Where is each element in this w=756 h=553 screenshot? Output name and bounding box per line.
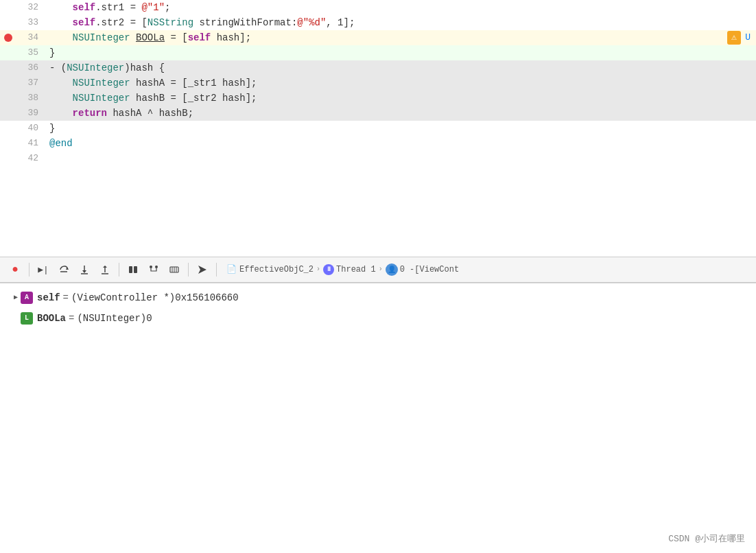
send-location-button[interactable] — [193, 260, 212, 279]
u-badge: U — [745, 30, 751, 45]
code-line-33: 33 self.str2 = [NSString stringWithForma… — [0, 15, 756, 30]
breadcrumb-file-label: EffectiveObjC_2 — [239, 265, 314, 274]
line-content-37: NSUInteger hashA = [_str1 hash]; — [47, 75, 756, 91]
var-name-self: self — [37, 290, 60, 305]
line-content-35: } — [47, 45, 756, 60]
separator-2 — [119, 263, 119, 276]
memory-button[interactable] — [165, 260, 184, 279]
step-out-icon — [99, 264, 110, 275]
var-eq-self: = — [63, 290, 69, 305]
stop-button[interactable]: ● — [5, 260, 25, 279]
variable-row-boola: ▶ L BOOLa = (NSUInteger) 0 — [11, 311, 745, 326]
line-num-32: 32 — [14, 0, 47, 15]
line-content-33: self.str2 = [NSString stringWithFormat:@… — [47, 15, 756, 30]
file-icon: 📄 — [226, 264, 237, 274]
line-content-39: return hashA ^ hashB; — [47, 106, 756, 121]
breakpoints-icon — [128, 264, 139, 275]
breadcrumb-chevron-1: › — [316, 266, 320, 273]
var-badge-boola: L — [21, 312, 33, 325]
var-badge-self: A — [21, 292, 33, 304]
line-content-41: @end — [47, 136, 756, 151]
person-icon: 👤 — [386, 263, 398, 276]
line-indicator-34 — [0, 30, 14, 45]
watermark: CSDN @小司在哪里 — [668, 532, 745, 545]
line-num-34: 34 — [14, 30, 47, 45]
breadcrumb-frame[interactable]: 👤 0 -[ViewCont — [386, 263, 459, 276]
line-indicator-32 — [0, 0, 14, 15]
line-num-40: 40 — [14, 121, 47, 136]
var-type-boola: (NSUInteger) — [77, 311, 146, 326]
breadcrumb-thread-label: Thread 1 — [336, 265, 376, 274]
line-indicator-35 — [0, 45, 14, 60]
code-lines: 32 self.str1 = @"1"; 33 self.str2 = [NSS… — [0, 0, 756, 257]
code-line-42: 42 — [0, 151, 756, 166]
code-line-32: 32 self.str1 = @"1"; — [0, 0, 756, 15]
code-line-34: 34 NSUInteger BOOLa = [self hash]; ⚠ U — [0, 30, 756, 45]
step-into-button[interactable] — [75, 260, 94, 279]
breakpoints-button[interactable] — [123, 260, 143, 279]
line-content-40: } — [47, 121, 756, 136]
breadcrumb-file[interactable]: EffectiveObjC_2 — [239, 265, 314, 274]
svg-rect-8 — [129, 266, 132, 273]
line-indicator-42 — [0, 151, 14, 166]
line-content-42 — [47, 151, 756, 166]
code-line-40: 40 } — [0, 121, 756, 136]
memory-icon — [169, 264, 180, 275]
svg-marker-16 — [198, 266, 206, 274]
line-num-36: 36 — [14, 60, 47, 75]
code-editor: 32 self.str1 = @"1"; 33 self.str2 = [NSS… — [0, 0, 756, 257]
svg-marker-3 — [82, 270, 86, 273]
debug-breadcrumb: 📄 EffectiveObjC_2 › ⏸ Thread 1 › 👤 0 -[V… — [226, 263, 751, 276]
step-out-button[interactable] — [95, 260, 115, 279]
svg-point-10 — [150, 266, 152, 268]
code-line-36: 36 - (NSUInteger)hash { — [0, 60, 756, 75]
line-num-38: 38 — [14, 91, 47, 106]
var-type-self: (ViewController *) — [71, 290, 175, 305]
step-over-button[interactable] — [54, 260, 73, 279]
separator-1 — [29, 263, 29, 276]
thread-selector-button[interactable] — [144, 260, 163, 279]
separator-4 — [216, 263, 217, 276]
line-indicator-33 — [0, 15, 14, 30]
code-line-41: 41 @end — [0, 136, 756, 151]
code-line-39: 39 return hashA ^ hashB; — [0, 106, 756, 121]
code-line-37: 37 NSUInteger hashA = [_str1 hash]; — [0, 75, 756, 91]
warning-icon: ⚠ — [727, 31, 741, 45]
line-indicator-37 — [0, 75, 14, 91]
line-content-34: NSUInteger BOOLa = [self hash]; — [47, 30, 727, 45]
line-indicator-40 — [0, 121, 14, 136]
separator-3 — [188, 263, 189, 276]
variable-row-self: ▶ A self = (ViewController *) 0x15610666… — [11, 290, 745, 305]
line-num-33: 33 — [14, 15, 47, 30]
breadcrumb-thread[interactable]: ⏸ Thread 1 — [323, 264, 376, 275]
code-line-35: 35 } — [0, 45, 756, 60]
send-icon — [197, 264, 208, 275]
var-value-self: 0x156106660 — [175, 290, 238, 305]
continue-button[interactable]: ▶| — [34, 260, 53, 279]
line-indicator-36 — [0, 60, 14, 75]
line-content-38: NSUInteger hashB = [_str2 hash]; — [47, 91, 756, 106]
line-indicator-38 — [0, 91, 14, 106]
var-value-boola: 0 — [146, 311, 152, 326]
expand-self-button[interactable]: ▶ — [11, 290, 21, 305]
debug-toolbar: ● ▶| — [0, 257, 756, 283]
code-line-38: 38 NSUInteger hashB = [_str2 hash]; — [0, 91, 756, 106]
line-34-warning: ⚠ U — [727, 30, 756, 45]
step-into-icon — [79, 264, 90, 275]
var-name-boola: BOOLa — [37, 311, 66, 326]
step-over-icon — [58, 264, 69, 275]
line-indicator-39 — [0, 106, 14, 121]
line-num-42: 42 — [14, 151, 47, 166]
debug-variables-panel: ▶ A self = (ViewController *) 0x15610666… — [0, 283, 756, 554]
line-num-39: 39 — [14, 106, 47, 121]
line-indicator-41 — [0, 136, 14, 151]
line-num-37: 37 — [14, 75, 47, 91]
thread-selector-icon — [148, 264, 159, 275]
svg-point-11 — [155, 266, 158, 268]
breakpoint-dot — [4, 34, 12, 42]
line-content-36: - (NSUInteger)hash { — [47, 60, 756, 75]
breadcrumb-chevron-2: › — [379, 266, 383, 273]
line-num-35: 35 — [14, 45, 47, 60]
thread-icon: ⏸ — [323, 264, 334, 275]
breadcrumb-frame-label: 0 -[ViewCont — [400, 265, 459, 274]
